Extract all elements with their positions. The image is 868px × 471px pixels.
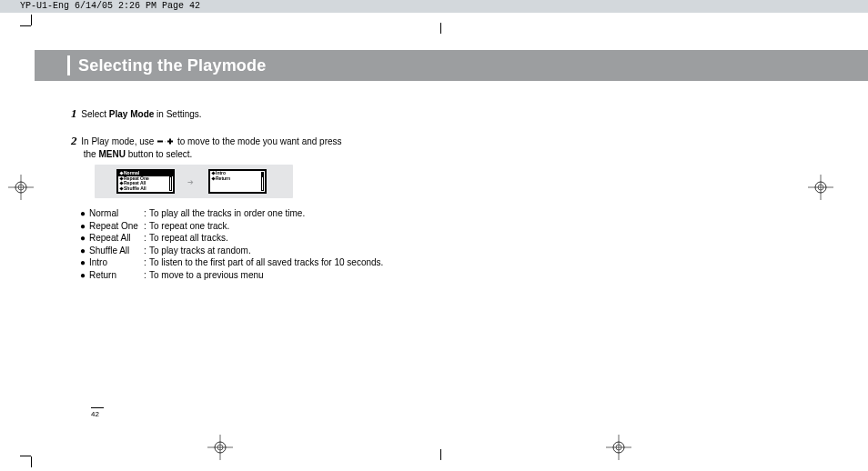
step-number: 1	[71, 106, 77, 120]
svg-point-0	[15, 182, 26, 193]
registration-mark-icon	[606, 435, 631, 460]
lcd-scrollbar	[169, 172, 172, 191]
section-title-bar: Selecting the Playmode	[35, 50, 868, 81]
list-item: ●Shuffle All:To play tracks at random.	[80, 245, 383, 257]
svg-point-5	[818, 185, 823, 190]
svg-text:,: ,	[165, 138, 166, 143]
svg-point-1	[18, 185, 24, 190]
diamond-icon	[119, 186, 123, 190]
def-desc: To move to a previous menu	[149, 269, 264, 282]
list-item: ●Repeat All:To repeat all tracks.	[80, 232, 383, 245]
crop-mark	[440, 23, 441, 34]
def-term: Repeat All	[89, 232, 144, 245]
list-item: ●Intro:To listen to the first part of al…	[80, 256, 383, 269]
def-desc: To play tracks at random.	[149, 245, 251, 257]
press-tag: YP-U1-Eng 6/14/05 2:26 PM Page 42	[0, 0, 868, 13]
registration-mark-icon	[207, 435, 233, 460]
svg-point-8	[215, 442, 226, 453]
step-text: to move to the mode you want and press	[177, 136, 342, 146]
diamond-icon	[119, 172, 123, 175]
bullet-icon: ●	[80, 245, 89, 257]
lcd-illustration: Normal Repeat One Repeat All Shuffle All…	[95, 165, 293, 198]
step-text: In Play mode, use	[81, 136, 156, 146]
def-term: Repeat One	[89, 220, 144, 233]
lcd-screen-left: Normal Repeat One Repeat All Shuffle All	[116, 169, 175, 194]
diamond-icon	[211, 176, 215, 180]
svg-point-9	[217, 445, 223, 450]
step-text: button to select.	[126, 149, 192, 159]
crop-mark	[440, 449, 441, 460]
def-term: Intro	[89, 256, 144, 269]
lcd-screen-right: Intro Return	[208, 169, 267, 194]
lcd-label: Shuffle All	[124, 186, 146, 191]
registration-mark-icon	[8, 175, 34, 200]
step-1: 1 Select Play Mode in Settings.	[71, 105, 526, 122]
list-item: ●Normal:To play all the tracks in order …	[80, 207, 383, 220]
diamond-icon	[211, 172, 215, 175]
crop-mark	[20, 25, 31, 26]
section-title: Selecting the Playmode	[78, 50, 266, 81]
step-text: the	[84, 149, 99, 159]
svg-rect-19	[169, 139, 171, 145]
bullet-icon: ●	[80, 269, 89, 282]
def-desc: To play all the tracks in order one time…	[149, 207, 305, 220]
svg-rect-16	[157, 141, 163, 143]
step-text-bold: MENU	[98, 149, 125, 159]
step-text: Select	[81, 109, 109, 119]
def-desc: To repeat one track.	[149, 220, 229, 233]
step-text-bold: Play Mode	[109, 109, 154, 119]
def-desc: To repeat all tracks.	[149, 232, 228, 245]
diamond-icon	[119, 176, 123, 180]
lcd-label: Return	[216, 176, 230, 181]
bullet-icon: ●	[80, 207, 89, 220]
def-desc: To listen to the first part of all saved…	[149, 256, 383, 269]
def-term: Return	[89, 269, 144, 282]
svg-point-4	[815, 182, 826, 193]
bullet-icon: ●	[80, 220, 89, 233]
lcd-row: Return	[210, 176, 265, 182]
def-term: Normal	[89, 207, 144, 220]
crop-mark	[31, 15, 32, 25]
lcd-scrollbar	[261, 172, 264, 191]
def-term: Shuffle All	[89, 245, 144, 257]
minus-plus-icon: ,	[157, 135, 174, 148]
list-item: ●Repeat One:To repeat one track.	[80, 220, 383, 233]
diamond-icon	[119, 182, 123, 185]
definitions-list: ●Normal:To play all the tracks in order …	[80, 207, 383, 281]
step-2: 2 In Play mode, use , to move to the mod…	[71, 133, 526, 161]
registration-mark-icon	[808, 175, 833, 200]
svg-point-12	[613, 442, 624, 453]
step-number: 2	[71, 134, 77, 147]
svg-point-13	[616, 445, 621, 450]
bullet-icon: ●	[80, 232, 89, 245]
bullet-icon: ●	[80, 256, 89, 269]
lcd-row: Shuffle All	[118, 186, 173, 192]
crop-mark	[31, 456, 32, 467]
page-number: 42	[91, 407, 104, 418]
title-rule	[67, 55, 70, 75]
arrow-right-icon: ➔	[187, 178, 194, 186]
list-item: ●Return:To move to a previous menu	[80, 269, 383, 282]
crop-mark	[20, 456, 31, 456]
content-area: 1 Select Play Mode in Settings. 2 In Pla…	[71, 105, 526, 172]
step-text: in Settings.	[154, 109, 201, 119]
